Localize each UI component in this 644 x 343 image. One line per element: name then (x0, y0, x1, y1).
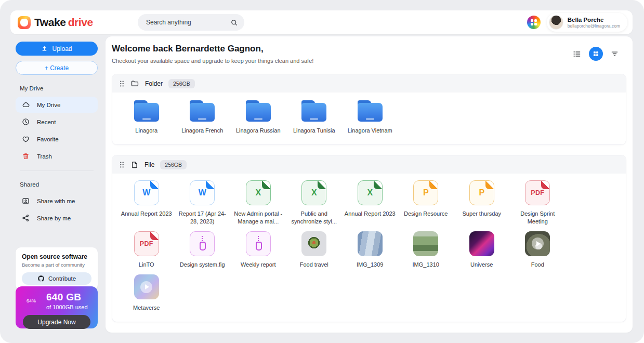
shared-section-label: Shared (20, 181, 103, 188)
heart-icon (21, 135, 30, 143)
fold-corner (485, 181, 494, 189)
file-item[interactable]: Food (510, 231, 566, 268)
file-name: Super thursday (455, 210, 508, 217)
file-name: Food (511, 261, 564, 268)
file-item[interactable]: PDF Design Sprint Meeting (510, 180, 566, 225)
file-type-icon (525, 231, 550, 256)
open-source-subtitle: Become a part of community (22, 262, 91, 268)
file-section: File 256GB W Annual Report 2023 (112, 155, 626, 322)
folder-item[interactable]: Linagora Vietnam (342, 99, 398, 134)
create-label: + Create (45, 64, 69, 72)
sidebar-item-trash[interactable]: Trash (16, 148, 98, 164)
file-name: Annual Report 2023 (344, 210, 397, 217)
search-bar[interactable] (138, 14, 244, 31)
contribute-label: Contribute (48, 275, 76, 282)
profile-menu[interactable]: Bella Porche bellaporche@linagora.com (547, 13, 627, 32)
file-type-icon: X (301, 180, 326, 205)
file-item[interactable]: X New Admin portal - Manage a mai... (230, 180, 286, 225)
contribute-button[interactable]: Contribute (22, 272, 91, 285)
file-type-icon: PDF (525, 180, 550, 205)
my-drive-section-label: My Drive (20, 85, 103, 91)
sidebar-item-label: My Drive (37, 102, 60, 108)
sidebar-item-share-with-me[interactable]: Share with me (16, 193, 98, 209)
twake-drive-app: Twakedrive Bella Porche bellaporche@lina… (0, 0, 644, 343)
folder-section: Folder 256GB Linagora Linagora French (112, 74, 626, 145)
upgrade-label: Upgrade Now (37, 319, 75, 326)
drag-handle-icon[interactable] (119, 161, 125, 168)
play-icon (134, 274, 159, 299)
main-header: Welcome back Bernardette Gagnon, Checkou… (112, 44, 626, 64)
upgrade-now-button[interactable]: Upgrade Now (23, 315, 90, 329)
file-name: LinTO (120, 261, 173, 268)
file-type-icon: X (246, 180, 271, 205)
file-type-icon: P (469, 180, 494, 205)
sidebar-divider (20, 170, 94, 171)
file-name: Metaverse (120, 304, 173, 311)
file-type-icon: W (134, 180, 159, 205)
search-input[interactable] (146, 19, 230, 26)
file-section-header: File 256GB (112, 155, 626, 174)
sidebar-item-label: Share with me (37, 198, 75, 204)
play-icon (525, 231, 550, 256)
file-section-size-badge: 256GB (160, 160, 187, 169)
folder-item[interactable]: Linagora French (175, 99, 231, 134)
file-item[interactable]: X Public and synchronize styl... (286, 180, 343, 225)
welcome-subtitle: Checkout your available space and upgrad… (112, 58, 313, 64)
folder-name: Linagora Tunisia (287, 127, 340, 134)
grid-view-button-active[interactable] (589, 47, 603, 61)
sidebar-item-recent[interactable]: Recent (16, 114, 98, 130)
sidebar-item-share-by-me[interactable]: Share by me (16, 210, 98, 226)
sidebar-item-favorite[interactable]: Favorite (16, 131, 98, 147)
share-network-icon (21, 214, 30, 222)
cloud-icon (21, 100, 30, 109)
sidebar-item-my-drive[interactable]: My Drive (16, 97, 98, 113)
file-item[interactable]: W Report 17 (Apr 24-28, 2023) (175, 180, 231, 225)
upload-label: Upload (52, 45, 72, 52)
file-name: Universe (455, 261, 508, 268)
avatar (549, 15, 563, 30)
welcome-title: Welcome back Bernardette Gagnon, (112, 44, 313, 54)
file-item[interactable]: IMG_1309 (342, 231, 398, 268)
drag-handle-icon[interactable] (119, 80, 125, 87)
file-name: Food travel (287, 261, 340, 268)
folder-section-header: Folder 256GB (112, 74, 626, 93)
file-item[interactable]: P Super thursday (454, 180, 510, 225)
topbar-right: Bella Porche bellaporche@linagora.com (527, 13, 633, 32)
folder-item[interactable]: Linagora (119, 99, 175, 134)
file-name: Weekly report (232, 261, 285, 268)
list-view-icon[interactable] (572, 49, 582, 59)
file-type-icon: P (413, 180, 438, 205)
open-source-title: Open source software (22, 253, 91, 260)
blue-folder-icon (300, 100, 327, 122)
file-item[interactable]: W Annual Report 2023 (119, 180, 175, 225)
file-item[interactable]: Design system.fig (175, 231, 231, 268)
file-item[interactable]: Metaverse (119, 274, 175, 311)
folder-outline-icon (130, 79, 139, 88)
storage-used: 640 GB (46, 292, 88, 303)
folder-item[interactable]: Linagora Tunisia (286, 99, 343, 134)
folder-item[interactable]: Linagora Russian (230, 99, 286, 134)
file-item[interactable]: PDF LinTO (119, 231, 175, 268)
file-item[interactable]: Weekly report (230, 231, 286, 268)
file-item[interactable]: IMG_1310 (398, 231, 454, 268)
trash-icon (21, 152, 30, 161)
storage-card: 64% 640 GB of 1000GB used Upgrade Now (16, 286, 98, 328)
search-icon[interactable] (230, 19, 238, 27)
upload-button[interactable]: Upload (16, 42, 98, 56)
folder-name: Linagora (120, 127, 173, 134)
app-grid-icon[interactable] (527, 16, 541, 29)
user-email: bellaporche@linagora.com (568, 23, 620, 29)
file-item[interactable]: Universe (454, 231, 510, 268)
file-item[interactable]: P Design Resource (398, 180, 454, 225)
filter-icon[interactable] (610, 49, 619, 58)
create-button[interactable]: + Create (16, 61, 98, 75)
file-item[interactable]: Food travel (286, 231, 343, 268)
file-name: Report 17 (Apr 24-28, 2023) (176, 210, 229, 225)
file-item[interactable]: X Annual Report 2023 (342, 180, 398, 225)
file-type-icon (358, 231, 383, 256)
file-type-icon (246, 231, 271, 256)
blue-folder-icon (245, 100, 272, 122)
zipper-icon (199, 236, 205, 251)
twake-logo-icon (18, 16, 31, 29)
app-logo[interactable]: Twakedrive (10, 16, 93, 29)
